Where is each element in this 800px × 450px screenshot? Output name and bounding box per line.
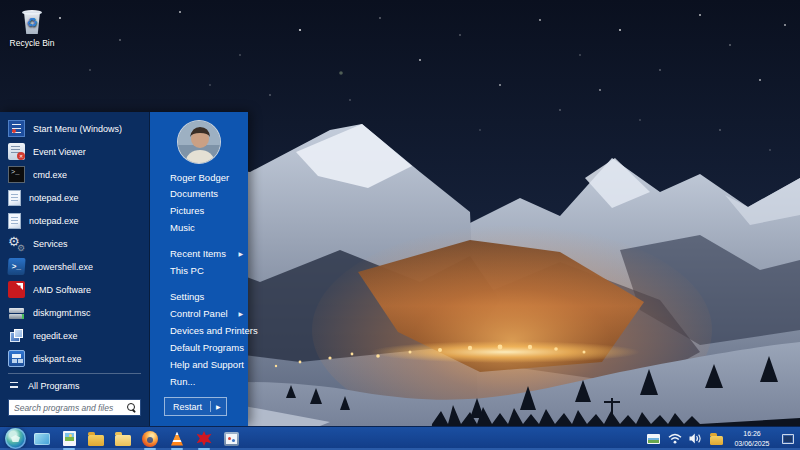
start-menu-right-list: DocumentsPicturesMusicRecent Items▶This …: [150, 185, 248, 390]
taskbar-icon-paint-app[interactable]: [220, 427, 242, 450]
start-menu-item-event-viewer[interactable]: Event Viewer: [0, 140, 149, 163]
taskbar-clock[interactable]: 16:26 03/06/2025: [730, 429, 774, 448]
cmd-icon: [8, 166, 25, 183]
start-menu-item-regedit-exe[interactable]: regedit.exe: [0, 324, 149, 347]
start-menu-item-start-menu-windows[interactable]: Start Menu (Windows): [0, 117, 149, 140]
vlc-icon: [170, 432, 185, 446]
folder-light-icon: [115, 435, 131, 446]
user-name[interactable]: Roger Bodger: [150, 164, 248, 183]
start-menu-item-label: powershell.exe: [33, 262, 93, 272]
right-item-label: This PC: [170, 265, 204, 276]
submenu-arrow-icon: ▶: [238, 310, 243, 317]
amd-icon: [8, 281, 25, 298]
clock-date: 03/06/2025: [730, 439, 774, 448]
system-tray: 16:26 03/06/2025: [646, 429, 795, 448]
volume-icon[interactable]: [688, 430, 703, 448]
start-menu-item-label: notepad.exe: [29, 193, 79, 203]
avatar-portrait: [178, 121, 221, 164]
taskbar-icon-image-viewer[interactable]: [58, 427, 80, 450]
recycle-bin-icon: ♻: [19, 6, 45, 36]
right-item-label: Recent Items: [170, 248, 226, 259]
start-menu-item-label: Start Menu (Windows): [33, 124, 122, 134]
start-menu-item-label: regedit.exe: [33, 331, 78, 341]
submenu-arrow-icon: ▶: [238, 250, 243, 257]
recycle-bin[interactable]: ♻ Recycle Bin: [6, 6, 58, 48]
start-menu-right-item-devices-and-printers[interactable]: Devices and Printers: [150, 322, 248, 339]
right-item-label: Devices and Printers: [170, 325, 258, 336]
all-programs-item[interactable]: All Programs: [0, 376, 149, 396]
left-column-separator: [8, 373, 141, 374]
start-menu-right-item-control-panel[interactable]: Control Panel▶: [150, 305, 248, 322]
start-menu-item-label: AMD Software: [33, 285, 91, 295]
start-menu-right-item-default-programs[interactable]: Default Programs: [150, 339, 248, 356]
start-menu-item-notepad-exe[interactable]: notepad.exe: [0, 209, 149, 232]
notepad-icon: [8, 213, 21, 229]
start-menu-right-item-recent-items[interactable]: Recent Items▶: [150, 245, 248, 262]
clock-time: 16:26: [730, 429, 774, 438]
start-menu-item-label: diskmgmt.msc: [33, 308, 91, 318]
powershell-icon: [7, 258, 25, 275]
folder-dark-icon: [88, 435, 104, 446]
right-item-label: Music: [170, 222, 195, 233]
start-menu-item-label: cmd.exe: [33, 170, 67, 180]
wifi-icon[interactable]: [667, 430, 682, 448]
search-input[interactable]: [14, 403, 127, 413]
user-avatar[interactable]: [177, 120, 221, 164]
power-row: Restart ▶: [150, 396, 248, 417]
search-icon[interactable]: [127, 403, 136, 412]
taskbar-icon-folder-dark[interactable]: [85, 427, 107, 450]
start-menu-item-diskpart-exe[interactable]: diskpart.exe: [0, 347, 149, 370]
startmenu-icon: [8, 120, 25, 137]
search-box: [8, 399, 141, 416]
right-item-label: Settings: [170, 291, 204, 302]
start-menu-item-label: Services: [33, 239, 68, 249]
taskbar-icon-folder-light[interactable]: [112, 427, 134, 450]
taskbar-icon-amd-radeon[interactable]: [193, 427, 215, 450]
start-menu-right-item-documents[interactable]: Documents: [150, 185, 248, 202]
start-menu-item-cmd-exe[interactable]: cmd.exe: [0, 163, 149, 186]
start-menu-item-notepad-exe[interactable]: notepad.exe: [0, 186, 149, 209]
monitor-app-icon: [34, 433, 50, 445]
amd-radeon-icon: [197, 431, 212, 446]
firefox-icon: [142, 431, 158, 447]
taskbar-icon-firefox[interactable]: [139, 427, 161, 450]
show-desktop-peek-icon[interactable]: [780, 430, 795, 448]
diskmgmt-icon: [8, 304, 25, 321]
desktop-screen: ♻ Recycle Bin Start Menu (Windows)Event …: [0, 0, 800, 450]
image-viewer-icon: [63, 431, 76, 446]
start-menu-right-column: Roger Bodger DocumentsPicturesMusicRecen…: [150, 112, 248, 426]
start-menu-item-powershell-exe[interactable]: powershell.exe: [0, 255, 149, 278]
restart-button[interactable]: Restart ▶: [164, 397, 227, 416]
start-menu-item-services[interactable]: Services: [0, 232, 149, 255]
start-menu-right-item-pictures[interactable]: Pictures: [150, 202, 248, 219]
right-item-label: Default Programs: [170, 342, 244, 353]
start-menu-left-column: Start Menu (Windows)Event Viewercmd.exen…: [0, 112, 150, 426]
recycle-bin-label: Recycle Bin: [6, 38, 58, 48]
start-menu-right-item-help-and-support[interactable]: Help and Support: [150, 356, 248, 373]
taskbar-pinned-icons: [31, 427, 242, 450]
paint-app-icon: [224, 432, 239, 446]
start-menu: Start Menu (Windows)Event Viewercmd.exen…: [0, 112, 248, 426]
restart-label: Restart: [165, 402, 210, 412]
screenshot-tray-icon[interactable]: [646, 430, 661, 448]
start-menu-item-label: Event Viewer: [33, 147, 86, 157]
right-item-label: Pictures: [170, 205, 204, 216]
taskbar-icon-monitor-app[interactable]: [31, 427, 53, 450]
eventviewer-icon: [8, 143, 25, 160]
start-menu-item-label: diskpart.exe: [33, 354, 82, 364]
tray-folder-icon[interactable]: [709, 430, 724, 448]
start-menu-left-list: Start Menu (Windows)Event Viewercmd.exen…: [0, 117, 149, 370]
start-menu-right-item-settings[interactable]: Settings: [150, 288, 248, 305]
regedit-icon: [8, 327, 25, 344]
start-menu-item-diskmgmt-msc[interactable]: diskmgmt.msc: [0, 301, 149, 324]
restart-options-arrow-icon[interactable]: ▶: [211, 403, 226, 410]
start-button[interactable]: [5, 428, 26, 449]
start-menu-right-item-run[interactable]: Run...: [150, 373, 248, 390]
start-menu-right-item-music[interactable]: Music: [150, 219, 248, 236]
start-menu-right-item-this-pc[interactable]: This PC: [150, 262, 248, 279]
taskbar: 16:26 03/06/2025: [0, 426, 800, 450]
right-item-label: Run...: [170, 376, 195, 387]
start-menu-item-label: notepad.exe: [29, 216, 79, 226]
taskbar-icon-vlc[interactable]: [166, 427, 188, 450]
start-menu-item-amd-software[interactable]: AMD Software: [0, 278, 149, 301]
